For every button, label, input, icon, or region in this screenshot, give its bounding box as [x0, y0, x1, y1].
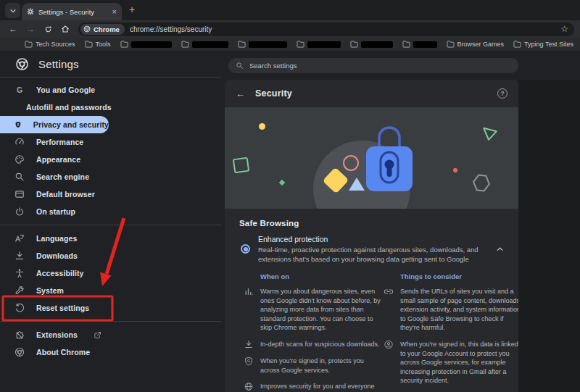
search-settings-input[interactable]: Search settings: [228, 58, 518, 73]
reload-icon: [44, 25, 52, 33]
site-badge-label: Chrome: [94, 25, 120, 33]
decor-gray-hexagon: [471, 172, 492, 193]
decor-salmon-ring: [343, 155, 359, 171]
bookmark-folder[interactable]: Tech Sources: [25, 41, 75, 48]
sidebar-item-reset-settings[interactable]: Reset settings: [0, 299, 109, 317]
back-arrow-icon[interactable]: ←: [236, 88, 245, 99]
sidebar-item-search-engine[interactable]: Search engine: [0, 168, 109, 185]
decor-green-square: [233, 157, 250, 174]
bookmark-folder[interactable]: Browser Games: [447, 41, 505, 48]
bookmark-folder-redacted[interactable]: [120, 41, 172, 48]
wrench-icon: [14, 285, 25, 296]
enhanced-protection-option[interactable]: Enhanced protection Real-time, proactive…: [239, 235, 504, 264]
google-g-icon: G: [14, 85, 25, 95]
sidebar-item-autofill[interactable]: Autofill and passwords: [0, 99, 109, 116]
gear-icon: [27, 8, 34, 15]
redaction-bar: [192, 41, 228, 48]
settings-content: Search settings ← Security ?: [221, 51, 580, 392]
bookmark-folder[interactable]: Typing Test Sites: [513, 41, 573, 48]
sidebar-item-default-browser[interactable]: Default browser: [0, 185, 109, 203]
palette-icon: [14, 154, 25, 164]
help-icon[interactable]: ?: [497, 88, 508, 99]
google-shield-icon: G: [244, 356, 254, 366]
list-item: Improves security for you and everyone o…: [244, 382, 384, 392]
bookmark-star-icon[interactable]: ☆: [560, 24, 568, 34]
accessibility-icon: [14, 268, 25, 278]
sidebar-item-on-startup[interactable]: On startup: [0, 203, 109, 220]
chevron-up-icon[interactable]: [496, 245, 504, 254]
globe-icon: [244, 382, 254, 391]
bookmark-folder-redacted[interactable]: [402, 41, 437, 48]
account-icon: [384, 340, 394, 349]
folder-icon: [402, 41, 410, 48]
bookmark-folder-redacted[interactable]: [181, 41, 228, 48]
when-on-header: When on: [260, 272, 384, 280]
decor-green-diamond: [279, 180, 285, 185]
sidebar-item-system[interactable]: System: [0, 282, 109, 299]
settings-nav: G You and Google Autofill and passwords …: [0, 78, 221, 361]
bookmark-folder-redacted[interactable]: [297, 41, 341, 48]
bookmark-label: Browser Games: [457, 41, 505, 48]
address-bar[interactable]: Chrome chrome://settings/security ☆: [78, 22, 574, 36]
forward-button[interactable]: →: [23, 22, 38, 36]
list-item: G When you're signed in, protects you ac…: [244, 356, 384, 375]
browser-tab[interactable]: Settings - Security ×: [22, 3, 122, 20]
back-button[interactable]: ←: [6, 22, 20, 36]
sidebar-item-extensions[interactable]: Extensions: [0, 326, 109, 343]
folder-icon: [447, 41, 455, 48]
decor-red-dot: [453, 168, 457, 172]
magnifier-icon: [14, 172, 25, 182]
sidebar-item-languages[interactable]: Languages: [0, 230, 109, 247]
content-background: [518, 80, 580, 392]
redaction-bar: [413, 41, 437, 48]
shield-icon: [14, 120, 22, 130]
chrome-logo-icon: [15, 57, 29, 71]
folder-icon: [513, 41, 521, 48]
bookmark-folder-redacted[interactable]: [238, 41, 287, 48]
browser-window-icon: [14, 189, 25, 199]
bookmark-folder-redacted[interactable]: [350, 41, 393, 48]
sidebar-item-about-chrome[interactable]: About Chrome: [0, 343, 109, 361]
list-item: Sends the URLs of sites you visit and a …: [384, 287, 518, 333]
redaction-bar: [249, 41, 287, 48]
option-details: When on Warns you about dangerous sites,…: [239, 272, 504, 392]
sidebar-item-downloads[interactable]: Downloads: [0, 247, 109, 264]
security-card-header: ← Security ?: [225, 80, 518, 107]
svg-text:G: G: [247, 359, 250, 363]
list-item: When you're signed in, this data is link…: [384, 340, 518, 385]
security-banner-illustration: [225, 107, 518, 209]
folder-icon: [238, 41, 246, 48]
tab-search-button[interactable]: [5, 3, 20, 18]
home-button[interactable]: [58, 22, 72, 36]
new-tab-button[interactable]: +: [129, 4, 135, 14]
option-description: Real-time, proactive protection against …: [258, 245, 488, 264]
tab-close-icon[interactable]: ×: [112, 8, 117, 16]
radio-selected[interactable]: [241, 244, 250, 254]
url-text[interactable]: chrome://settings/security: [130, 25, 555, 33]
redaction-bar: [361, 41, 393, 48]
settings-search-row: Search settings: [221, 51, 580, 80]
browser-toolbar: ← → Chrome chrome://settings/security ☆: [0, 20, 580, 38]
sidebar-item-you-and-google[interactable]: G You and Google: [0, 81, 109, 99]
folder-icon: [85, 41, 93, 48]
page-title: Security: [255, 88, 487, 99]
download-icon: [14, 251, 25, 261]
list-item: Warns you about dangerous sites, even on…: [244, 287, 384, 333]
site-badge[interactable]: Chrome: [80, 24, 125, 35]
svg-text:G: G: [17, 86, 22, 94]
things-to-consider-column: Things to consider Sends the URLs of sit…: [384, 272, 518, 392]
chrome-logo-icon: [83, 25, 91, 33]
sidebar-item-privacy-and-security[interactable]: Privacy and security: [0, 116, 109, 133]
decor-green-triangle: [481, 127, 499, 143]
redaction-bar: [131, 41, 172, 48]
list-item: In-depth scans for suspicious downloads.: [244, 340, 384, 349]
bookmark-folder[interactable]: Tools: [85, 41, 111, 48]
folder-icon: [297, 41, 304, 48]
link-icon: [384, 287, 394, 296]
browser-window: Settings - Security × + ← → Chrome chrom…: [0, 0, 580, 392]
tab-title: Settings - Security: [38, 8, 108, 16]
sidebar-item-performance[interactable]: Performance: [0, 133, 109, 151]
sidebar-item-accessibility[interactable]: Accessibility: [0, 264, 109, 282]
sidebar-item-appearance[interactable]: Appearance: [0, 151, 109, 168]
reload-button[interactable]: [41, 22, 55, 36]
